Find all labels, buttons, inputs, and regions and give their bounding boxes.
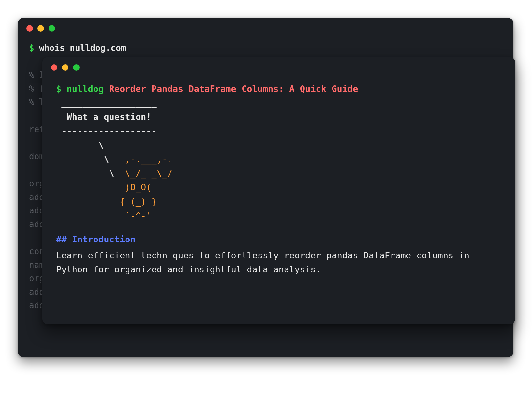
ascii-art: __________________ What a question! ----… — [56, 96, 501, 223]
back-command: whois nulldog.com — [39, 43, 126, 53]
stage: $ whois nulldog.com % IANA WHOIS server … — [0, 0, 532, 409]
terminal-front-body: $ nulldog Reorder Pandas DataFrame Colum… — [42, 74, 515, 290]
back-command-line: $ whois nulldog.com — [29, 41, 502, 55]
minimize-icon[interactable] — [62, 64, 68, 71]
section-heading: ## Introduction — [56, 232, 501, 246]
prompt-symbol: $ — [29, 43, 34, 53]
zoom-icon[interactable] — [49, 25, 55, 32]
intro-paragraph: Learn efficient techniques to effortless… — [56, 248, 486, 276]
prompt-symbol: $ — [56, 84, 61, 94]
close-icon[interactable] — [26, 25, 33, 32]
minimize-icon[interactable] — [37, 25, 44, 32]
front-command: nulldog — [67, 84, 104, 94]
titlebar-front — [42, 57, 515, 74]
zoom-icon[interactable] — [73, 64, 80, 71]
front-command-line: $ nulldog Reorder Pandas DataFrame Colum… — [56, 82, 501, 96]
titlebar-back — [18, 18, 513, 35]
close-icon[interactable] — [51, 64, 57, 71]
terminal-front: $ nulldog Reorder Pandas DataFrame Colum… — [42, 57, 515, 324]
front-title: Reorder Pandas DataFrame Columns: A Quic… — [109, 84, 358, 94]
